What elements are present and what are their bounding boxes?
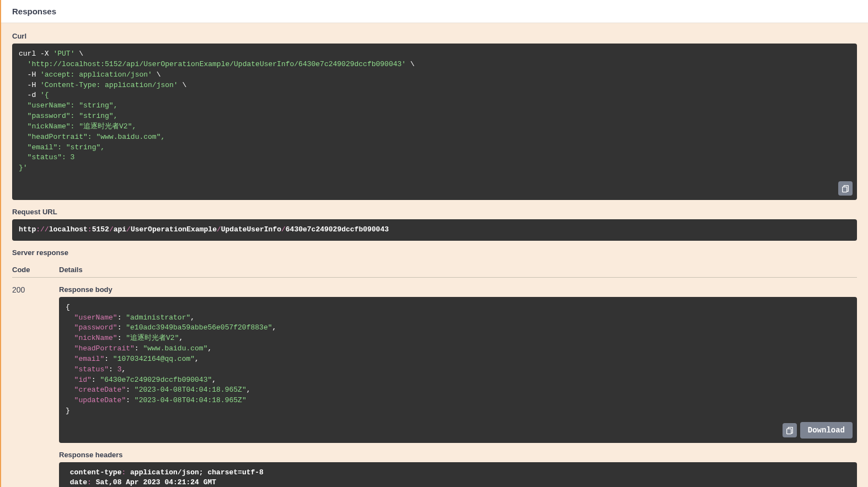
clipboard-icon: [785, 426, 794, 435]
response-body-codebox[interactable]: { "userName": "administrator", "password…: [59, 297, 857, 443]
svg-rect-3: [786, 429, 791, 434]
clipboard-icon: [841, 184, 850, 193]
response-body-buttons: Download: [783, 422, 853, 439]
response-body-label: Response body: [59, 285, 857, 294]
copy-response-button[interactable]: [783, 423, 797, 437]
copy-curl-button[interactable]: [838, 181, 853, 196]
request-url-codebox[interactable]: http://localhost:5152/api/UserOperationE…: [12, 219, 857, 241]
responses-header: Responses: [1, 0, 868, 23]
responses-content: Curl curl -X 'PUT' \ 'http://localhost:5…: [1, 23, 868, 487]
status-code: 200: [12, 285, 59, 487]
response-details: Response body { "userName": "administrat…: [59, 285, 857, 487]
svg-rect-1: [843, 187, 847, 192]
swagger-operation-panel: Responses Curl curl -X 'PUT' \ 'http://l…: [0, 0, 868, 487]
response-row: 200 Response body { "userName": "adminis…: [12, 278, 857, 487]
server-response-label: Server response: [12, 248, 857, 257]
request-url-label: Request URL: [12, 208, 857, 216]
response-headers-codebox[interactable]: content-type: application/json; charset=…: [59, 462, 857, 487]
curl-codebox[interactable]: curl -X 'PUT' \ 'http://localhost:5152/a…: [12, 44, 857, 200]
col-details-header: Details: [59, 266, 857, 274]
curl-label: Curl: [12, 32, 857, 40]
responses-title: Responses: [12, 7, 857, 16]
response-headers-label: Response headers: [59, 451, 857, 459]
col-code-header: Code: [12, 266, 59, 274]
server-response-table-head: Code Details: [12, 260, 857, 278]
download-button[interactable]: Download: [800, 422, 853, 439]
